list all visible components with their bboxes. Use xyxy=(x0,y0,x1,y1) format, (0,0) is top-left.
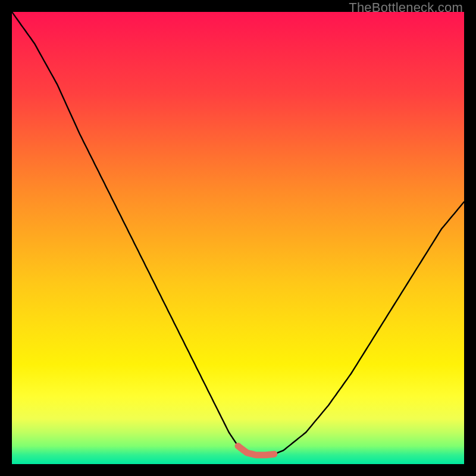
plot-area xyxy=(12,12,464,464)
chart-frame: TheBottleneck.com xyxy=(0,0,476,476)
curve-path xyxy=(12,12,464,455)
bottleneck-curve xyxy=(12,12,464,464)
highlight-segment xyxy=(238,446,274,455)
